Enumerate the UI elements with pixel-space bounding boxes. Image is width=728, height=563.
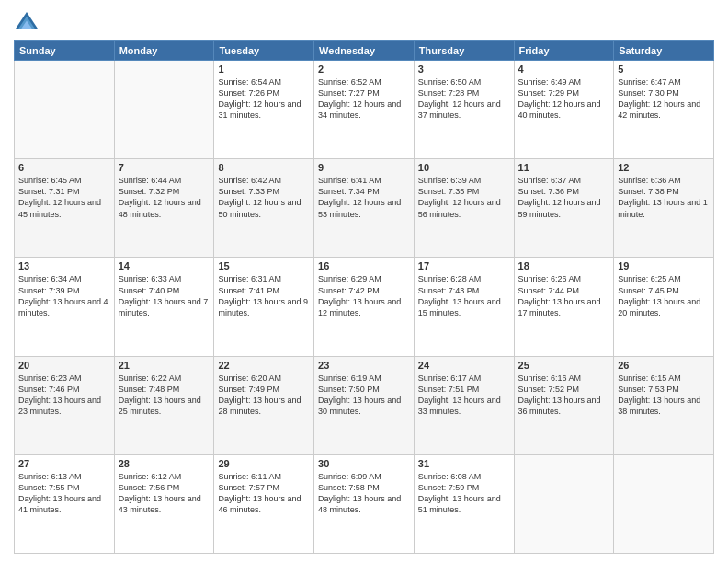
day-info: Sunrise: 6:31 AMSunset: 7:41 PMDaylight:… — [218, 273, 310, 318]
calendar-cell: 15Sunrise: 6:31 AMSunset: 7:41 PMDayligh… — [214, 258, 314, 356]
calendar-cell: 19Sunrise: 6:25 AMSunset: 7:45 PMDayligh… — [614, 258, 714, 356]
calendar-cell — [514, 454, 614, 553]
day-number: 23 — [318, 360, 410, 371]
calendar-cell: 11Sunrise: 6:37 AMSunset: 7:36 PMDayligh… — [514, 159, 614, 258]
calendar-cell: 3Sunrise: 6:50 AMSunset: 7:28 PMDaylight… — [414, 61, 514, 159]
day-number: 25 — [518, 360, 610, 371]
calendar-cell: 2Sunrise: 6:52 AMSunset: 7:27 PMDaylight… — [314, 61, 415, 159]
calendar-header-row: SundayMondayTuesdayWednesdayThursdayFrid… — [15, 41, 714, 61]
calendar-cell: 12Sunrise: 6:36 AMSunset: 7:38 PMDayligh… — [614, 159, 714, 258]
calendar-week-2: 6Sunrise: 6:45 AMSunset: 7:31 PMDaylight… — [15, 159, 714, 258]
day-info: Sunrise: 6:29 AMSunset: 7:42 PMDaylight:… — [318, 273, 410, 318]
calendar-cell: 20Sunrise: 6:23 AMSunset: 7:46 PMDayligh… — [15, 356, 115, 454]
day-info: Sunrise: 6:45 AMSunset: 7:31 PMDaylight:… — [18, 175, 110, 220]
day-number: 7 — [119, 162, 210, 173]
calendar-cell: 6Sunrise: 6:45 AMSunset: 7:31 PMDaylight… — [15, 159, 115, 258]
calendar-week-3: 13Sunrise: 6:34 AMSunset: 7:39 PMDayligh… — [15, 258, 714, 356]
day-number: 28 — [119, 458, 210, 469]
page: SundayMondayTuesdayWednesdayThursdayFrid… — [0, 0, 728, 563]
day-info: Sunrise: 6:08 AMSunset: 7:59 PMDaylight:… — [418, 471, 510, 516]
day-info: Sunrise: 6:13 AMSunset: 7:55 PMDaylight:… — [18, 471, 110, 516]
header — [14, 9, 714, 35]
day-number: 6 — [18, 162, 110, 173]
calendar-cell: 30Sunrise: 6:09 AMSunset: 7:58 PMDayligh… — [314, 454, 415, 553]
day-number: 13 — [18, 260, 110, 271]
calendar-cell: 23Sunrise: 6:19 AMSunset: 7:50 PMDayligh… — [314, 356, 415, 454]
logo-icon — [14, 9, 40, 35]
day-number: 1 — [218, 63, 310, 75]
day-info: Sunrise: 6:26 AMSunset: 7:44 PMDaylight:… — [518, 273, 610, 318]
day-info: Sunrise: 6:49 AMSunset: 7:29 PMDaylight:… — [518, 76, 610, 121]
day-info: Sunrise: 6:22 AMSunset: 7:48 PMDaylight:… — [119, 373, 210, 418]
day-number: 3 — [418, 63, 510, 75]
day-number: 17 — [418, 260, 510, 271]
day-of-week-saturday: Saturday — [614, 41, 714, 61]
day-info: Sunrise: 6:37 AMSunset: 7:36 PMDaylight:… — [518, 175, 610, 220]
day-of-week-friday: Friday — [514, 41, 614, 61]
calendar-cell: 1Sunrise: 6:54 AMSunset: 7:26 PMDaylight… — [214, 61, 314, 159]
day-info: Sunrise: 6:33 AMSunset: 7:40 PMDaylight:… — [119, 273, 210, 318]
day-number: 9 — [318, 162, 410, 173]
calendar-cell: 18Sunrise: 6:26 AMSunset: 7:44 PMDayligh… — [514, 258, 614, 356]
calendar-cell: 25Sunrise: 6:16 AMSunset: 7:52 PMDayligh… — [514, 356, 614, 454]
calendar-cell — [614, 454, 714, 553]
day-of-week-tuesday: Tuesday — [214, 41, 314, 61]
calendar-week-1: 1Sunrise: 6:54 AMSunset: 7:26 PMDaylight… — [15, 61, 714, 159]
logo — [14, 9, 43, 35]
day-number: 26 — [618, 360, 710, 371]
calendar-cell: 5Sunrise: 6:47 AMSunset: 7:30 PMDaylight… — [614, 61, 714, 159]
calendar-cell — [15, 61, 115, 159]
day-number: 18 — [518, 260, 610, 271]
day-number: 30 — [318, 458, 410, 469]
day-info: Sunrise: 6:17 AMSunset: 7:51 PMDaylight:… — [418, 373, 510, 418]
calendar-cell: 9Sunrise: 6:41 AMSunset: 7:34 PMDaylight… — [314, 159, 415, 258]
day-info: Sunrise: 6:42 AMSunset: 7:33 PMDaylight:… — [218, 175, 310, 220]
day-info: Sunrise: 6:23 AMSunset: 7:46 PMDaylight:… — [18, 373, 110, 418]
calendar-cell: 13Sunrise: 6:34 AMSunset: 7:39 PMDayligh… — [15, 258, 115, 356]
day-number: 31 — [418, 458, 510, 469]
day-info: Sunrise: 6:39 AMSunset: 7:35 PMDaylight:… — [418, 175, 510, 220]
calendar-cell: 17Sunrise: 6:28 AMSunset: 7:43 PMDayligh… — [414, 258, 514, 356]
day-info: Sunrise: 6:25 AMSunset: 7:45 PMDaylight:… — [618, 273, 710, 318]
day-number: 20 — [18, 360, 110, 371]
calendar-cell: 8Sunrise: 6:42 AMSunset: 7:33 PMDaylight… — [214, 159, 314, 258]
calendar-cell: 10Sunrise: 6:39 AMSunset: 7:35 PMDayligh… — [414, 159, 514, 258]
calendar-cell: 7Sunrise: 6:44 AMSunset: 7:32 PMDaylight… — [114, 159, 214, 258]
day-of-week-monday: Monday — [114, 41, 214, 61]
day-number: 29 — [218, 458, 310, 469]
calendar-cell: 27Sunrise: 6:13 AMSunset: 7:55 PMDayligh… — [15, 454, 115, 553]
day-of-week-wednesday: Wednesday — [314, 41, 415, 61]
calendar-cell: 21Sunrise: 6:22 AMSunset: 7:48 PMDayligh… — [114, 356, 214, 454]
day-number: 27 — [18, 458, 110, 469]
day-info: Sunrise: 6:15 AMSunset: 7:53 PMDaylight:… — [618, 373, 710, 418]
calendar-cell: 24Sunrise: 6:17 AMSunset: 7:51 PMDayligh… — [414, 356, 514, 454]
calendar-week-5: 27Sunrise: 6:13 AMSunset: 7:55 PMDayligh… — [15, 454, 714, 553]
day-of-week-thursday: Thursday — [414, 41, 514, 61]
calendar-cell: 4Sunrise: 6:49 AMSunset: 7:29 PMDaylight… — [514, 61, 614, 159]
day-number: 12 — [618, 162, 710, 173]
day-info: Sunrise: 6:41 AMSunset: 7:34 PMDaylight:… — [318, 175, 410, 220]
day-number: 11 — [518, 162, 610, 173]
calendar-cell: 31Sunrise: 6:08 AMSunset: 7:59 PMDayligh… — [414, 454, 514, 553]
day-number: 22 — [218, 360, 310, 371]
day-number: 5 — [618, 63, 710, 75]
day-info: Sunrise: 6:47 AMSunset: 7:30 PMDaylight:… — [618, 76, 710, 121]
calendar-cell: 22Sunrise: 6:20 AMSunset: 7:49 PMDayligh… — [214, 356, 314, 454]
day-number: 4 — [518, 63, 610, 75]
calendar-cell: 26Sunrise: 6:15 AMSunset: 7:53 PMDayligh… — [614, 356, 714, 454]
day-info: Sunrise: 6:19 AMSunset: 7:50 PMDaylight:… — [318, 373, 410, 418]
day-info: Sunrise: 6:12 AMSunset: 7:56 PMDaylight:… — [119, 471, 210, 516]
day-info: Sunrise: 6:20 AMSunset: 7:49 PMDaylight:… — [218, 373, 310, 418]
day-number: 10 — [418, 162, 510, 173]
day-of-week-sunday: Sunday — [15, 41, 115, 61]
day-number: 15 — [218, 260, 310, 271]
day-number: 8 — [218, 162, 310, 173]
day-number: 16 — [318, 260, 410, 271]
day-info: Sunrise: 6:09 AMSunset: 7:58 PMDaylight:… — [318, 471, 410, 516]
calendar-cell: 14Sunrise: 6:33 AMSunset: 7:40 PMDayligh… — [114, 258, 214, 356]
day-info: Sunrise: 6:50 AMSunset: 7:28 PMDaylight:… — [418, 76, 510, 121]
calendar-cell: 29Sunrise: 6:11 AMSunset: 7:57 PMDayligh… — [214, 454, 314, 553]
calendar-cell: 28Sunrise: 6:12 AMSunset: 7:56 PMDayligh… — [114, 454, 214, 553]
day-info: Sunrise: 6:52 AMSunset: 7:27 PMDaylight:… — [318, 76, 410, 121]
calendar-cell: 16Sunrise: 6:29 AMSunset: 7:42 PMDayligh… — [314, 258, 415, 356]
